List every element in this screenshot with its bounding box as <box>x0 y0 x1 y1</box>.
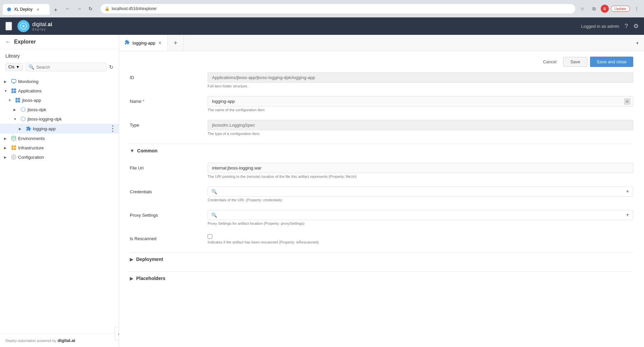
deployment-section-header[interactable]: ▶ Deployment <box>130 252 633 266</box>
environments-icon <box>11 135 17 141</box>
update-btn[interactable]: Update <box>611 6 630 12</box>
tab-close-btn[interactable]: ✕ <box>35 7 41 12</box>
browser-tab[interactable]: XL Deploy ✕ <box>3 4 50 15</box>
content-tab-logging-app[interactable]: logging-app ✕ <box>119 35 168 51</box>
id-input-wrap: Full item folder structure. <box>208 72 633 88</box>
credentials-dropdown-arrow: ▼ <box>626 189 630 194</box>
expand-arrow-monitoring: ▶ <box>4 80 9 83</box>
type-input[interactable] <box>208 120 633 130</box>
id-field-row: ID Full item folder structure. <box>130 72 633 88</box>
browser-actions: ☆ ⧉ S Update ⋮ <box>578 4 641 13</box>
footer-logo: digital.ai <box>58 338 75 343</box>
id-input[interactable] <box>208 72 633 83</box>
infrastructure-icon <box>11 145 17 151</box>
proxy-settings-label: Proxy Settings <box>130 210 197 218</box>
tree-item-jboss-logging-dpk[interactable]: ▼ jboss-logging-dpk <box>0 114 119 124</box>
id-label: ID <box>130 72 197 80</box>
forward-browser-btn[interactable]: → <box>74 4 84 13</box>
file-uri-input[interactable] <box>208 163 633 173</box>
tree-item-more-btn[interactable] <box>111 125 115 132</box>
tree-item-environments[interactable]: ▶ Environments <box>0 134 119 143</box>
main-layout: ← Explorer Library CIs ▼ 🔍 ↻ ▶ Mon <box>0 35 644 347</box>
jboss-app-label: jboss-app <box>22 98 115 103</box>
address-bar[interactable]: 🔒 localhost:4516/#/explorer <box>101 4 575 13</box>
type-label: Type <box>130 120 197 128</box>
back-btn[interactable]: ← <box>5 39 11 45</box>
new-tab-btn[interactable]: + <box>51 5 60 15</box>
reload-browser-btn[interactable]: ↻ <box>86 4 95 13</box>
tree-item-applications[interactable]: ▼ Applications <box>0 86 119 95</box>
tree-item-configuration[interactable]: ▶ Configuration <box>0 152 119 162</box>
is-rescanned-hint: Indicates if the artifact has been resca… <box>208 240 633 244</box>
svg-rect-10 <box>18 98 20 100</box>
credentials-input-wrap: 🔍 ▼ Credentials of the URI. (Property: c… <box>208 187 633 202</box>
top-nav: ☰ digital.ai deploy Logged in as admin ?… <box>0 17 644 35</box>
search-icon: 🔍 <box>29 64 34 70</box>
credentials-dropdown[interactable]: 🔍 ▼ <box>208 187 633 197</box>
proxy-settings-dropdown[interactable]: 🔍 ▼ <box>208 210 633 220</box>
sidebar: ← Explorer Library CIs ▼ 🔍 ↻ ▶ Mon <box>0 35 119 347</box>
name-input[interactable] <box>208 96 633 107</box>
bookmark-btn[interactable]: ☆ <box>578 4 587 13</box>
proxy-dropdown-arrow: ▼ <box>626 213 630 217</box>
browser-chrome: XL Deploy ✕ + ← → ↻ 🔒 localhost:4516/#/e… <box>0 0 644 17</box>
tree-item-jboss-dpk[interactable]: ▶ jboss-dpk <box>0 105 119 114</box>
tree-item-infrastructure[interactable]: ▶ Infrastructure <box>0 143 119 152</box>
jboss-logging-dpk-icon <box>20 116 26 122</box>
svg-point-0 <box>7 7 11 11</box>
is-rescanned-checkbox[interactable] <box>208 234 212 239</box>
expand-arrow-jboss-logging-dpk: ▼ <box>13 117 19 121</box>
add-tab-btn[interactable]: + <box>168 35 184 51</box>
svg-rect-6 <box>14 88 16 90</box>
refresh-btn[interactable]: ↻ <box>109 64 113 70</box>
logo-text-wrap: digital.ai deploy <box>32 21 52 31</box>
save-close-btn[interactable]: Save and close <box>590 57 633 67</box>
configuration-icon <box>11 154 17 160</box>
environments-label: Environments <box>18 136 115 141</box>
name-clear-btn[interactable]: ✕ <box>624 98 631 105</box>
proxy-settings-hint: Proxy Settings for artifact location (Pr… <box>208 221 633 225</box>
ci-select-label: CIs <box>8 65 14 69</box>
extensions-btn[interactable]: ⧉ <box>589 4 599 13</box>
ci-select[interactable]: CIs ▼ <box>5 63 23 71</box>
proxy-settings-input-wrap: 🔍 ▼ Proxy Settings for artifact location… <box>208 210 633 225</box>
tab-expand-btn[interactable]: ▾ <box>631 35 644 51</box>
search-bar: CIs ▼ 🔍 ↻ <box>0 61 119 75</box>
expand-arrow-jboss-dpk: ▶ <box>13 108 19 112</box>
placeholders-section-header[interactable]: ▶ Placeholders <box>130 271 633 285</box>
monitoring-label: Monitoring <box>18 79 115 84</box>
search-input[interactable] <box>36 65 103 70</box>
settings-btn[interactable]: ⚙ <box>633 22 639 30</box>
hamburger-menu-btn[interactable]: ☰ <box>5 22 12 30</box>
svg-rect-15 <box>14 145 16 147</box>
logging-app-label: logging-app <box>33 126 109 131</box>
applications-icon <box>11 88 17 94</box>
cancel-btn[interactable]: Cancel <box>539 57 560 66</box>
configuration-label: Configuration <box>18 155 115 160</box>
expand-arrow-jboss-app: ▼ <box>8 98 13 102</box>
svg-rect-9 <box>15 98 17 100</box>
tree-item-monitoring[interactable]: ▶ Monitoring <box>0 77 119 86</box>
file-uri-field-row: File Uri The URI pointing to the (remote… <box>130 163 633 179</box>
common-section-arrow: ▼ <box>130 148 135 153</box>
content-tab-close-btn[interactable]: ✕ <box>158 40 162 46</box>
jboss-dpk-icon <box>20 107 26 113</box>
credentials-field-row: Credentials 🔍 ▼ Credentials of the URI. … <box>130 187 633 202</box>
svg-rect-14 <box>11 145 13 147</box>
svg-point-18 <box>13 156 14 158</box>
tree-item-logging-app[interactable]: ▶ logging-app <box>0 124 119 134</box>
type-hint: The type of a configuration item. <box>208 132 633 136</box>
is-rescanned-label: Is Rescanned <box>130 233 197 241</box>
help-btn[interactable]: ? <box>625 23 628 30</box>
sidebar-collapse-btn[interactable]: ‹ <box>115 327 119 340</box>
name-input-wrap: ✕ The name of the configuration item <box>208 96 633 112</box>
menu-btn[interactable]: ⋮ <box>632 4 641 13</box>
tree-item-jboss-app[interactable]: ▼ jboss-app <box>0 95 119 105</box>
svg-rect-12 <box>18 100 20 102</box>
save-btn[interactable]: Save <box>563 57 587 67</box>
name-label: Name * <box>130 96 197 104</box>
back-browser-btn[interactable]: ← <box>63 4 72 13</box>
common-section-header[interactable]: ▼ Common <box>130 144 633 157</box>
user-avatar[interactable]: S <box>601 5 609 13</box>
svg-rect-2 <box>11 79 16 82</box>
